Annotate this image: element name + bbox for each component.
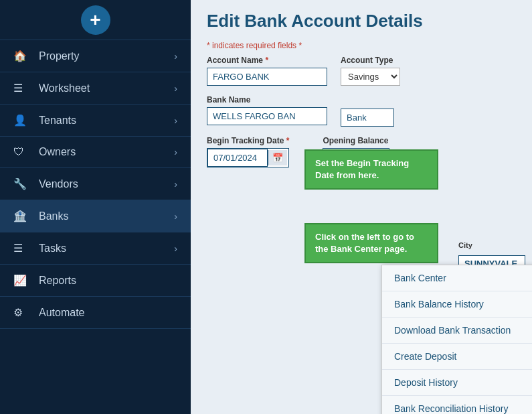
sidebar-item-label: Tasks <box>39 243 174 255</box>
banks-icon: 🏦 <box>13 210 32 222</box>
page-title: Edit Bank Account Details <box>207 11 516 31</box>
page-title-area: Edit Bank Account Details <box>191 0 532 38</box>
submenu-bank-balance-history[interactable]: Bank Balance History <box>382 291 532 318</box>
chevron-right-icon: › <box>174 83 177 94</box>
vendors-icon: 🔧 <box>13 178 32 190</box>
sidebar-item-property[interactable]: 🏠 Property › <box>0 40 191 72</box>
sidebar-item-worksheet[interactable]: ☰ Worksheet › <box>0 72 191 105</box>
sidebar-item-label: Worksheet <box>39 82 174 94</box>
sidebar-item-automate[interactable]: ⚙ Automate <box>0 297 191 329</box>
chevron-right-icon: › <box>174 179 177 190</box>
sidebar-item-label: Owners <box>39 146 174 158</box>
bank-name-input[interactable] <box>207 107 327 125</box>
sidebar-item-label: Reports <box>39 275 177 287</box>
submenu-download-bank-transaction[interactable]: Download Bank Transaction <box>382 318 532 344</box>
chevron-right-icon: › <box>174 243 177 254</box>
automate-icon: ⚙ <box>13 306 32 319</box>
begin-tracking-date-input[interactable] <box>207 149 268 167</box>
sidebar-item-label: Vendors <box>39 178 174 190</box>
form-row-account: Account Name * Account Type Savings Chec… <box>207 56 516 86</box>
bank-name-suffix-input[interactable] <box>341 109 394 127</box>
sidebar-item-tenants[interactable]: 👤 Tenants › <box>0 105 191 137</box>
chevron-right-icon: › <box>174 147 177 157</box>
sidebar-item-label: Property <box>39 50 174 62</box>
submenu-deposit-history[interactable]: Deposit History <box>382 370 532 396</box>
sidebar-item-vendors[interactable]: 🔧 Vendors › <box>0 168 191 200</box>
submenu-bank-reconciliation-history[interactable]: Bank Reconciliation History <box>382 396 532 414</box>
owners-icon: 🛡 <box>13 146 32 158</box>
account-name-input[interactable] <box>207 68 327 86</box>
submenu-bank-center[interactable]: Bank Center <box>382 265 532 291</box>
calendar-icon[interactable]: 📅 <box>268 150 287 165</box>
account-type-group: Account Type Savings Checking <box>341 56 400 86</box>
account-type-select[interactable]: Savings Checking <box>341 68 400 86</box>
city-label: City <box>458 241 525 249</box>
sidebar-item-label: Tenants <box>39 115 174 127</box>
property-icon: 🏠 <box>13 50 32 62</box>
bank-name-group: Bank Name <box>207 95 327 125</box>
chevron-right-icon: › <box>174 115 177 126</box>
opening-balance-label: Opening Balance <box>323 136 389 145</box>
tooltip-text: Set the Begin Tracking Date from here. <box>315 158 409 180</box>
form-row-bank: Bank Name <box>207 95 516 127</box>
tasks-icon: ☰ <box>13 242 32 255</box>
sidebar: + 🏠 Property › ☰ Worksheet › 👤 Tenants ›… <box>0 0 191 414</box>
tooltip-begin-tracking: Set the Begin Tracking Date from here. <box>304 149 438 190</box>
tooltip-text: Click on the left to go to the Bank Cent… <box>315 232 414 254</box>
account-type-label: Account Type <box>341 56 400 65</box>
sidebar-item-reports[interactable]: 📈 Reports <box>0 265 191 297</box>
bank-name-label: Bank Name <box>207 95 327 105</box>
sidebar-item-tasks[interactable]: ☰ Tasks › <box>0 232 191 265</box>
main-content: Edit Bank Account Details * indicates re… <box>191 0 532 414</box>
sidebar-item-label: Automate <box>39 307 177 319</box>
bank-name-suffix-group <box>341 109 394 127</box>
account-name-label: Account Name * <box>207 56 327 65</box>
reports-icon: 📈 <box>13 274 32 287</box>
sidebar-item-label: Banks <box>39 210 174 222</box>
form-area: Account Name * Account Type Savings Chec… <box>191 56 532 167</box>
sidebar-top: + <box>0 0 191 40</box>
begin-tracking-group: Begin Tracking Date * 📅 <box>207 136 289 167</box>
sidebar-item-owners[interactable]: 🛡 Owners › <box>0 137 191 168</box>
required-note: * indicates required fields * <box>191 38 532 56</box>
tooltip-bank-center: Click on the left to go to the Bank Cent… <box>304 223 438 263</box>
add-button[interactable]: + <box>81 5 110 35</box>
banks-submenu: Bank Center Bank Balance History Downloa… <box>381 265 532 414</box>
chevron-right-icon: › <box>174 211 177 222</box>
date-input-wrapper: 📅 <box>207 148 289 167</box>
submenu-create-deposit[interactable]: Create Deposit <box>382 344 532 370</box>
chevron-right-icon: › <box>174 51 177 62</box>
worksheet-icon: ☰ <box>13 82 32 94</box>
begin-tracking-label: Begin Tracking Date * <box>207 136 289 145</box>
account-name-group: Account Name * <box>207 56 327 86</box>
tenants-icon: 👤 <box>13 114 32 127</box>
sidebar-item-banks[interactable]: 🏦 Banks › <box>0 200 191 232</box>
sidebar-nav: 🏠 Property › ☰ Worksheet › 👤 Tenants › 🛡… <box>0 40 191 414</box>
